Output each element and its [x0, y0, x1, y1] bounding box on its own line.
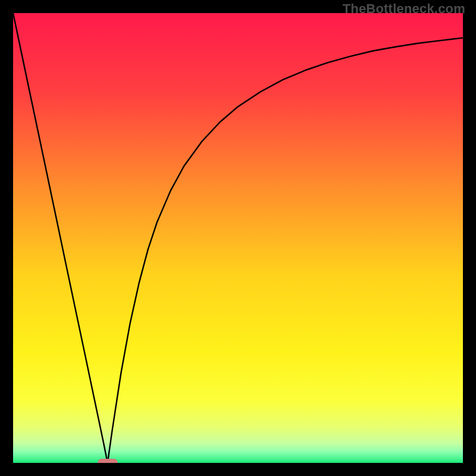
chart-frame: TheBottleneck.com	[0, 0, 476, 476]
bottleneck-curve	[13, 13, 463, 463]
watermark-text: TheBottleneck.com	[343, 1, 465, 17]
plot-area	[13, 13, 463, 463]
optimum-marker	[98, 459, 118, 463]
